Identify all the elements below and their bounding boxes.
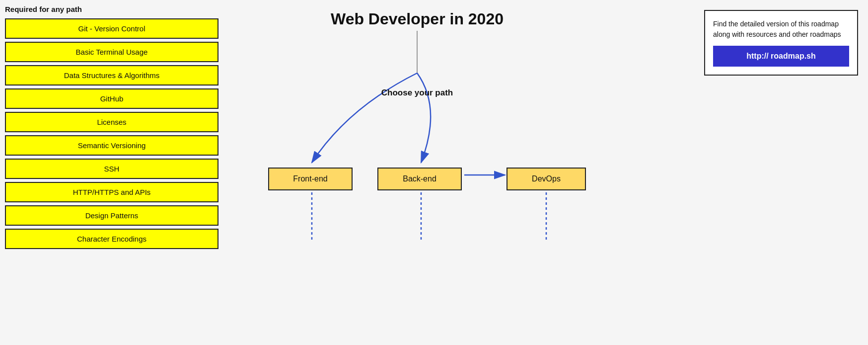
list-item[interactable]: Semantic Versioning: [5, 135, 218, 156]
right-panel: Find the detailed version of this roadma…: [704, 10, 858, 76]
list-item[interactable]: Design Patterns: [5, 205, 218, 226]
list-item[interactable]: Basic Terminal Usage: [5, 42, 218, 62]
frontend-box[interactable]: Front-end: [268, 168, 353, 190]
list-item[interactable]: GitHub: [5, 88, 218, 109]
center-panel: Web Developer in 2020: [228, 10, 606, 302]
list-item[interactable]: Git - Version Control: [5, 18, 218, 39]
list-item[interactable]: HTTP/HTTPS and APIs: [5, 182, 218, 202]
required-label: Required for any path: [5, 5, 218, 13]
list-item[interactable]: Character Encodings: [5, 229, 218, 249]
backend-box[interactable]: Back-end: [377, 168, 462, 190]
page-title: Web Developer in 2020: [228, 10, 606, 28]
roadmap-info-text: Find the detailed version of this roadma…: [713, 19, 849, 40]
list-item[interactable]: SSH: [5, 159, 218, 179]
list-item[interactable]: Licenses: [5, 112, 218, 132]
list-item[interactable]: Data Structures & Algorithms: [5, 65, 218, 86]
roadmap-link-button[interactable]: http:// roadmap.sh: [713, 46, 849, 67]
choose-path-label: Choose your path: [381, 88, 453, 98]
left-panel: Required for any path Git - Version Cont…: [5, 5, 218, 252]
diagram-area: Choose your path Front-end Back-end DevO…: [228, 28, 606, 302]
diagram-svg: [228, 28, 606, 302]
devops-box[interactable]: DevOps: [506, 168, 586, 190]
page-container: Required for any path Git - Version Cont…: [0, 0, 868, 345]
